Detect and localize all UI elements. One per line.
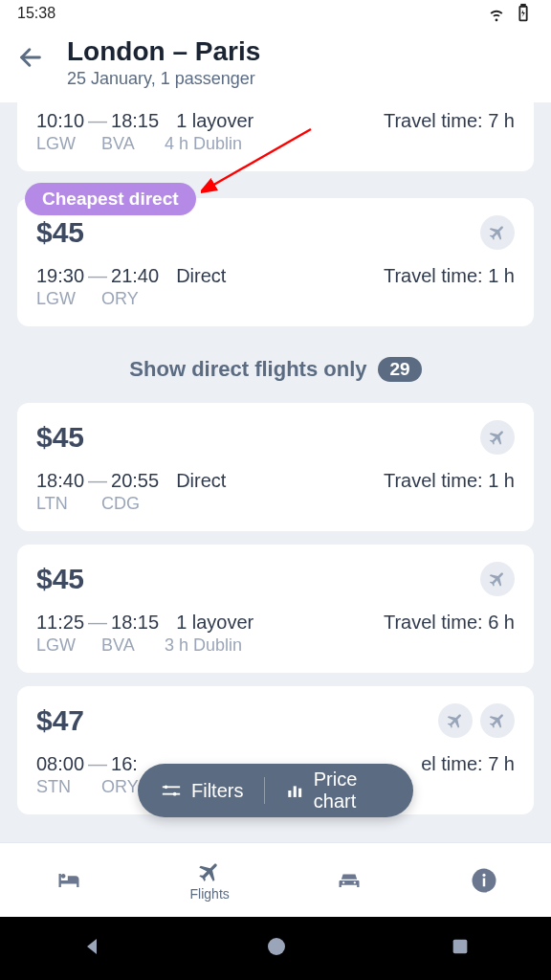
- svg-rect-12: [483, 878, 486, 886]
- bed-icon: [53, 867, 85, 894]
- arr-airport: BVA: [101, 635, 157, 656]
- arr-time: 18:15: [111, 110, 159, 132]
- back-arrow-icon[interactable]: [17, 36, 44, 78]
- android-recents-button[interactable]: [450, 936, 471, 961]
- dep-time: 19:30: [36, 265, 84, 287]
- plane-icon: [438, 703, 473, 738]
- travel-time: Travel time: 1 h: [384, 470, 515, 492]
- price: $45: [36, 216, 84, 249]
- price: $47: [36, 704, 84, 737]
- cheapest-badge: Cheapest direct: [25, 183, 196, 215]
- bar-chart-icon: [286, 780, 303, 801]
- price: $45: [36, 563, 84, 595]
- plane-icon: [480, 420, 515, 455]
- flight-card[interactable]: $45 18:40 — 20:55 Direct Travel time: 1 …: [17, 403, 534, 531]
- status-icons: [486, 3, 534, 24]
- android-home-button[interactable]: [265, 935, 288, 962]
- nav-cars[interactable]: [334, 867, 364, 894]
- travel-time: Travel time: 6 h: [384, 612, 515, 634]
- price-chart-label: Price chart: [314, 768, 390, 813]
- travel-time: el time: 7 h: [421, 753, 515, 775]
- stops-label: 1 layover: [176, 110, 253, 132]
- route-title: London – Paris: [67, 36, 260, 67]
- nav-info[interactable]: [470, 866, 498, 895]
- wifi-icon: [486, 3, 507, 24]
- direct-count: 29: [378, 357, 421, 382]
- svg-rect-15: [452, 940, 467, 954]
- price-chart-button[interactable]: Price chart: [286, 768, 390, 813]
- page-header: London – Paris 25 January, 1 passenger: [0, 27, 551, 102]
- dep-airport: LGW: [36, 289, 92, 309]
- divider: [264, 777, 265, 804]
- arr-airport: BVA: [101, 134, 157, 154]
- flight-card-cheapest[interactable]: Cheapest direct $45 19:30 — 21:40 Direct…: [17, 198, 534, 326]
- price: $45: [36, 421, 84, 454]
- svg-rect-7: [163, 793, 180, 795]
- arr-time: 21:40: [111, 265, 159, 287]
- android-nav-bar: [0, 917, 551, 980]
- arr-time: 16:: [111, 753, 138, 775]
- plane-icon: [480, 703, 515, 738]
- dep-time: 10:10: [36, 110, 84, 132]
- dep-airport: STN: [36, 777, 92, 797]
- dep-time: 08:00: [36, 753, 84, 775]
- direct-only-toggle[interactable]: Show direct flights only 29: [17, 340, 534, 403]
- dep-airport: LGW: [36, 134, 92, 154]
- nav-flights-label: Flights: [190, 886, 230, 902]
- car-icon: [334, 867, 364, 894]
- stops-label: Direct: [176, 470, 226, 492]
- nav-flights[interactable]: Flights: [190, 859, 230, 902]
- svg-rect-8: [289, 791, 292, 797]
- stops-label: Direct: [176, 265, 226, 287]
- arr-airport: CDG: [101, 494, 157, 514]
- route-subtitle: 25 January, 1 passenger: [67, 69, 260, 89]
- svg-point-13: [483, 873, 486, 876]
- plane-icon: [480, 215, 515, 250]
- svg-rect-10: [298, 789, 301, 797]
- svg-point-14: [268, 938, 285, 955]
- carrier-logos: [480, 215, 515, 250]
- arr-time: 18:15: [111, 612, 159, 634]
- travel-time: Travel time: 1 h: [384, 265, 515, 287]
- info-icon: [470, 866, 498, 895]
- travel-time: Travel time: 7 h: [384, 110, 515, 132]
- results-list: 10:10 — 18:15 1 layover Travel time: 7 h…: [0, 102, 551, 814]
- filters-label: Filters: [191, 780, 243, 802]
- dep-time: 11:25: [36, 612, 84, 634]
- nav-hotels[interactable]: [53, 867, 85, 894]
- filters-button[interactable]: Filters: [161, 780, 243, 802]
- svg-rect-5: [163, 786, 180, 788]
- floating-action-bar: Filters Price chart: [138, 764, 413, 817]
- stops-label: 1 layover: [176, 612, 253, 634]
- android-status-bar: 15:38: [0, 0, 551, 27]
- plane-icon: [195, 859, 224, 884]
- android-back-button[interactable]: [80, 935, 103, 962]
- layover-detail: 3 h Dublin: [165, 635, 242, 656]
- svg-rect-9: [294, 786, 297, 797]
- svg-rect-1: [521, 5, 525, 7]
- layover-detail: 4 h Dublin: [165, 134, 242, 154]
- direct-only-label: Show direct flights only: [129, 357, 366, 382]
- battery-icon: [513, 3, 534, 24]
- arr-time: 20:55: [111, 470, 159, 492]
- bottom-nav: Flights: [0, 842, 551, 917]
- dep-time: 18:40: [36, 470, 84, 492]
- flight-card[interactable]: 10:10 — 18:15 1 layover Travel time: 7 h…: [17, 102, 534, 171]
- dep-airport: LGW: [36, 635, 92, 656]
- arr-airport: ORY: [101, 289, 157, 309]
- sliders-icon: [161, 780, 182, 801]
- plane-icon: [480, 562, 515, 596]
- flight-card[interactable]: $45 11:25 — 18:15 1 layover Travel time:…: [17, 545, 534, 673]
- status-time: 15:38: [17, 5, 55, 22]
- dep-airport: LTN: [36, 494, 92, 514]
